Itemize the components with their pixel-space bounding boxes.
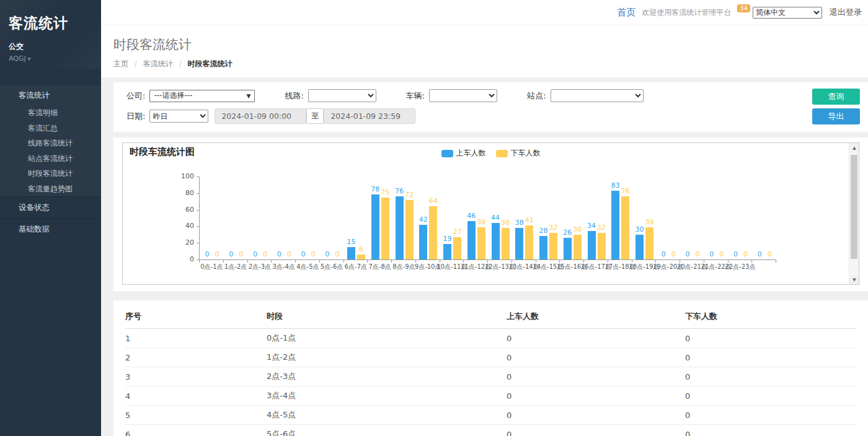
bar-group: 00 [224, 177, 248, 259]
org-code-dropdown[interactable]: AQGJ▾ [9, 54, 92, 63]
bar-group: 00 [248, 177, 272, 259]
home-link[interactable]: 首页 [617, 7, 636, 19]
y-axis-tick-label: 100 [170, 172, 194, 180]
content: 公司: ---请选择--- ▼ 线路: 车辆: 站点: 日期: 昨日 至 [101, 77, 868, 436]
company-label: 公司: [126, 90, 145, 102]
table-cell: 5点-6点 [267, 425, 507, 436]
bar-alighting [477, 227, 485, 259]
table-row: 10点-1点00 [125, 329, 856, 348]
legend-item: 下车人数 [496, 148, 541, 159]
bar-group: 00 [752, 177, 776, 259]
logout-link[interactable]: 退出登录 [830, 7, 862, 18]
sidebar-subitem-flow-trend-chart[interactable]: 客流量趋势图 [0, 181, 101, 197]
y-axis-tick [197, 243, 199, 243]
x-axis-tick [583, 260, 584, 263]
col-header-alighting: 下车人数 [685, 304, 856, 329]
bar-group: 00 [200, 177, 224, 259]
page-title: 时段客流统计 [113, 36, 868, 53]
x-axis-label: 5点-6点 [320, 263, 344, 271]
vehicle-select[interactable] [429, 89, 497, 102]
scroll-up-icon[interactable]: ▲ [849, 143, 859, 152]
bar-boarding [419, 225, 427, 259]
table-cell: 0 [685, 367, 856, 386]
bar-group: 3039 [632, 177, 657, 259]
vehicle-label: 车辆: [406, 90, 425, 102]
y-axis-tick [197, 226, 199, 227]
breadcrumb-home[interactable]: 主页 [113, 59, 128, 68]
sidebar-item-base-data[interactable]: 基础数据 [0, 219, 101, 240]
company-select[interactable]: ---请选择--- ▼ [149, 90, 255, 102]
x-axis-tick [512, 260, 512, 263]
title-section: 时段客流统计 主页 / 客流统计 / 时段客流统计 [101, 25, 868, 77]
x-axis-tick [319, 260, 320, 263]
main-area: 首页 欢迎使用客流统计管理平台 34 简体中文 退出登录 时段客流统计 主页 /… [101, 0, 868, 436]
legend-label: 上车人数 [456, 148, 486, 159]
bar-boarding [492, 223, 500, 259]
x-axis-tick [271, 260, 272, 263]
bar-alighting [453, 237, 461, 259]
export-button[interactable]: 导出 [812, 108, 860, 124]
date-preset-select[interactable]: 昨日 [149, 110, 208, 123]
language-select[interactable]: 简体中文 [753, 7, 822, 19]
chart-bars: 0000000000001567875767242641927463944383… [200, 177, 776, 259]
bar-value-label: 15 [342, 238, 361, 246]
scroll-down-icon[interactable]: ▼ [849, 275, 859, 284]
bar-boarding [539, 236, 547, 259]
sidebar-subitem-station-flow-stats[interactable]: 站点客流统计 [0, 151, 101, 167]
table-cell: 0 [507, 406, 685, 425]
table-cell: 1点-2点 [267, 348, 507, 367]
x-axis-tick [391, 260, 392, 263]
y-axis-tick-label: 80 [170, 189, 194, 197]
bar-group: 00 [272, 177, 296, 259]
line-select[interactable] [308, 89, 376, 102]
topbar: 首页 欢迎使用客流统计管理平台 34 简体中文 退出登录 [101, 0, 868, 25]
legend-label: 下车人数 [511, 148, 541, 159]
x-axis-tick [199, 260, 200, 263]
query-button[interactable]: 查询 [812, 89, 860, 105]
x-axis-tick [247, 260, 248, 263]
org-name: 公交 [9, 41, 92, 52]
bar-alighting [621, 196, 629, 259]
x-axis-labels: 0点-1点1点-2点2点-3点3点-4点4点-5点5点-6点6点-7点7点-8点… [200, 263, 776, 271]
filter-panel: 公司: ---请选择--- ▼ 线路: 车辆: 站点: 日期: 昨日 至 [113, 82, 868, 132]
app-logo: 客流统计 [9, 14, 92, 33]
bar-group: 00 [728, 177, 753, 259]
col-header-boarding: 上车人数 [507, 304, 685, 329]
chart-scrollbar[interactable]: ▲ ▼ [849, 143, 859, 284]
table-row: 54点-5点00 [125, 406, 856, 425]
date-from-input[interactable] [215, 108, 306, 124]
table-row: 32点-3点00 [125, 367, 856, 386]
bar-alighting [502, 228, 510, 259]
x-axis-tick [487, 260, 488, 263]
sidebar-subitem-flow-summary[interactable]: 客流汇总 [0, 121, 101, 136]
bar-group: 1927 [440, 177, 464, 259]
x-axis-tick [415, 260, 416, 263]
breadcrumb: 主页 / 客流统计 / 时段客流统计 [113, 59, 868, 69]
date-to-input[interactable] [324, 108, 415, 124]
breadcrumb-current: 时段客流统计 [187, 59, 232, 68]
x-axis-tick [655, 260, 656, 263]
table-cell: 2点-3点 [267, 367, 507, 386]
bar-group: 00 [656, 177, 680, 259]
sidebar-subitem-line-flow-stats[interactable]: 线路客流统计 [0, 136, 101, 151]
table-cell: 0 [507, 386, 685, 406]
table-cell: 0 [507, 329, 685, 348]
sidebar-subitem-period-flow-stats[interactable]: 时段客流统计 [0, 166, 101, 181]
legend-item: 上车人数 [441, 148, 486, 159]
sidebar-subitem-flow-detail[interactable]: 客流明细 [0, 105, 101, 121]
bar-group: 3841 [512, 177, 536, 259]
sidebar-menu: 客流统计 客流明细客流汇总线路客流统计站点客流统计时段客流统计客流量趋势图 设备… [0, 85, 101, 240]
breadcrumb-passenger-flow[interactable]: 客流统计 [143, 59, 173, 68]
station-select[interactable] [551, 89, 644, 102]
sidebar-item-device-status[interactable]: 设备状态 [0, 197, 101, 218]
bar-value-label: 0 [760, 250, 779, 258]
table-row: 43点-4点00 [125, 386, 856, 406]
table-cell: 0 [507, 425, 685, 436]
y-axis-tick-label: 0 [170, 255, 194, 263]
y-axis-tick [197, 193, 199, 194]
table-row: 21点-2点00 [125, 348, 856, 367]
x-axis-tick [776, 260, 776, 263]
x-axis-tick [440, 260, 440, 263]
scrollbar-thumb[interactable] [851, 155, 857, 259]
sidebar-item-passenger-flow-stats[interactable]: 客流统计 [0, 85, 101, 105]
